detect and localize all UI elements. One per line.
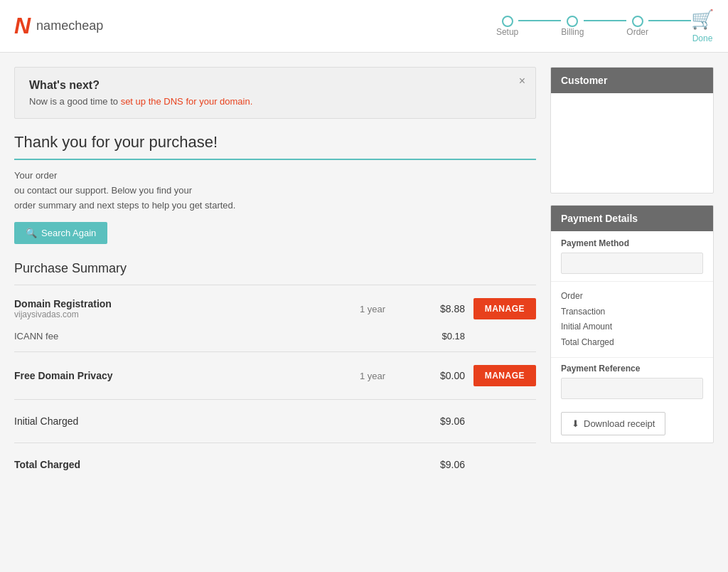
transaction-label: Transaction [561,304,703,320]
logo-name: namecheap [36,18,103,33]
summary-divider-3 [14,399,536,400]
purchase-summary-section: Purchase Summary Domain Registration vij… [14,261,536,480]
payment-details-header: Payment Details [551,206,713,231]
step-line-1 [518,20,561,21]
search-again-label: Search Again [41,228,96,238]
step-done: 🛒 Done [691,9,714,43]
step-label-order: Order [626,27,648,37]
step-order: Order [626,16,648,37]
teal-divider [14,159,536,160]
initial-amount-label: Initial Amount [561,319,703,335]
domain-registration-name: Domain Registration vijaysivadas.com [14,298,337,319]
order-text-1: Your order [14,170,536,181]
total-charged-sidebar-label: Total Charged [561,335,703,351]
table-row: Free Domain Privacy 1 year $0.00 MANAGE [14,358,536,393]
thank-you-title: Thank you for your purchase! [14,133,536,152]
content-area: What's next? Now is a good time to set u… [14,67,536,480]
whats-next-title: What's next? [29,79,521,92]
payment-reference-section: Payment Reference [551,357,713,405]
search-again-button[interactable]: 🔍 Search Again [14,222,107,244]
payment-details-body: Payment Method Order Transaction Initial… [551,231,713,435]
customer-section: Customer [550,67,714,194]
cart-icon: 🛒 [691,9,714,31]
total-charged-label: Total Charged [14,459,408,470]
domain-registration-action: MANAGE [465,298,536,319]
payment-info-section: Order Transaction Initial Amount Total C… [551,282,713,357]
domain-registration-label: Domain Registration [14,298,337,309]
free-domain-privacy-name: Free Domain Privacy [14,370,337,381]
banner-text-before: Now is a good time to [29,96,121,107]
summary-divider-4 [14,443,536,443]
initial-charged-label: Initial Charged [14,415,408,427]
step-setup: Setup [496,16,518,37]
whats-next-banner: What's next? Now is a good time to set u… [14,67,536,119]
customer-body [551,93,713,193]
table-row: ICANN fee $0.18 [14,327,536,346]
initial-charged-row: Initial Charged $9.06 [14,406,536,437]
banner-close-button[interactable]: × [519,75,525,88]
payment-method-section: Payment Method [551,231,713,282]
header: N namecheap Setup Billing Order [0,0,728,53]
domain-registration-period: 1 year [337,304,408,314]
total-charged-price: $9.06 [408,459,465,470]
whats-next-text: Now is a good time to set up the DNS for… [29,96,521,107]
domain-registration-price: $8.88 [408,303,465,314]
logo-area: N namecheap [14,13,103,39]
step-label-done: Done [692,33,713,43]
free-domain-privacy-action: MANAGE [465,365,536,386]
download-receipt-button[interactable]: ⬇ Download receipt [561,412,665,435]
total-charged-row: Total Charged $9.06 [14,449,536,480]
step-label-billing: Billing [561,27,584,37]
payment-reference-label: Payment Reference [561,364,703,374]
table-row: Domain Registration vijaysivadas.com 1 y… [14,291,536,327]
progress-steps: Setup Billing Order 🛒 Done [496,9,714,43]
download-icon: ⬇ [572,418,579,429]
customer-header: Customer [551,68,713,93]
step-line-2 [584,20,626,21]
free-domain-privacy-price: $0.00 [408,370,465,381]
payment-details-section: Payment Details Payment Method Order Tra… [550,205,714,443]
step-line-3 [648,20,691,21]
main-container: What's next? Now is a good time to set u… [0,53,728,494]
payment-method-value [561,253,703,274]
order-label: Order [561,289,703,304]
thank-you-section: Thank you for your purchase! Your order … [14,133,536,211]
payment-reference-value [561,378,703,399]
summary-divider-2 [14,351,536,352]
order-text-3: order summary and next steps to help you… [14,200,536,211]
free-domain-privacy-manage-button[interactable]: MANAGE [473,365,536,386]
free-domain-privacy-label: Free Domain Privacy [14,370,337,381]
step-circle-setup [502,16,513,27]
step-label-setup: Setup [496,27,518,37]
banner-link[interactable]: set up the DNS for your domain. [121,96,253,107]
initial-charged-price: $9.06 [408,415,465,427]
icann-fee-price: $0.18 [408,331,465,341]
purchase-summary-title: Purchase Summary [14,261,536,276]
download-receipt-label: Download receipt [584,418,655,429]
domain-registration-manage-button[interactable]: MANAGE [473,298,536,319]
summary-divider-top [14,285,536,285]
step-circle-billing [567,16,578,27]
icann-fee-label: ICANN fee [14,331,408,341]
free-domain-privacy-period: 1 year [337,371,408,381]
logo-icon: N [14,13,31,39]
sidebar: Customer Payment Details Payment Method … [550,67,714,480]
order-text-2: ou contact our support. Below you find y… [14,185,536,196]
domain-registration-sub: vijaysivadas.com [14,309,337,319]
search-icon: 🔍 [26,228,37,238]
payment-method-label: Payment Method [561,238,703,248]
step-circle-order [632,16,643,27]
step-billing: Billing [561,16,584,37]
